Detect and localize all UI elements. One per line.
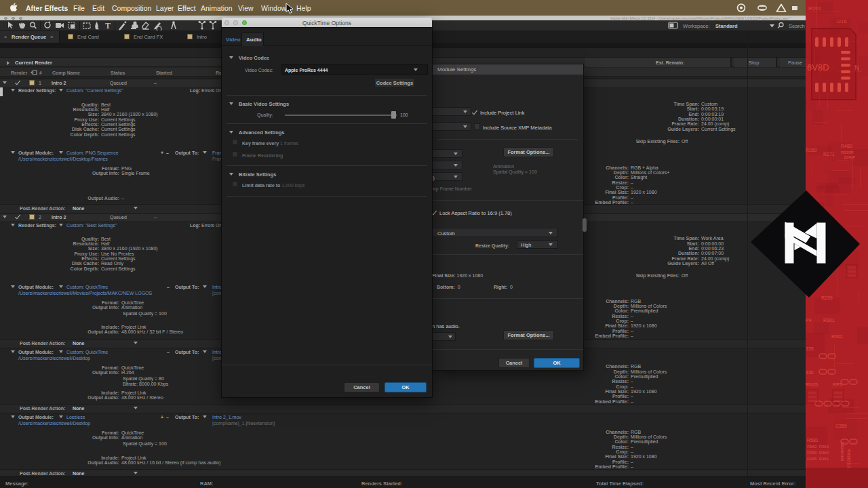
svg-text:N: N (854, 64, 859, 72)
svg-text:RN35: RN35 (806, 382, 818, 387)
svg-text:R301: R301 (823, 318, 835, 323)
svg-text:R365 R361: R365 R361 (807, 457, 829, 461)
svg-text:P4: P4 (806, 318, 812, 323)
svg-text:R260: R260 (806, 148, 817, 152)
svg-text:335: 335 (806, 346, 814, 351)
svg-text:U16: U16 (837, 18, 847, 24)
svg-text:T: T (105, 21, 111, 30)
svg-text:R201: R201 (808, 5, 822, 12)
svg-text:C9296409: C9296409 (847, 449, 851, 468)
svg-text:R359 R360: R359 R360 (807, 451, 829, 455)
svg-text:C359: C359 (835, 424, 847, 428)
svg-text:336: 336 (806, 370, 814, 375)
svg-text:2240P: 2240P (844, 155, 855, 159)
svg-text:6V8D: 6V8D (807, 62, 829, 73)
svg-text:R302: R302 (831, 334, 843, 339)
svg-text:R593R: R593R (841, 150, 854, 155)
svg-text:R480: R480 (841, 144, 852, 148)
svg-text:R581: R581 (807, 438, 818, 443)
svg-text:R580 R359: R580 R359 (807, 445, 829, 449)
svg-text:R271: R271 (823, 152, 835, 157)
